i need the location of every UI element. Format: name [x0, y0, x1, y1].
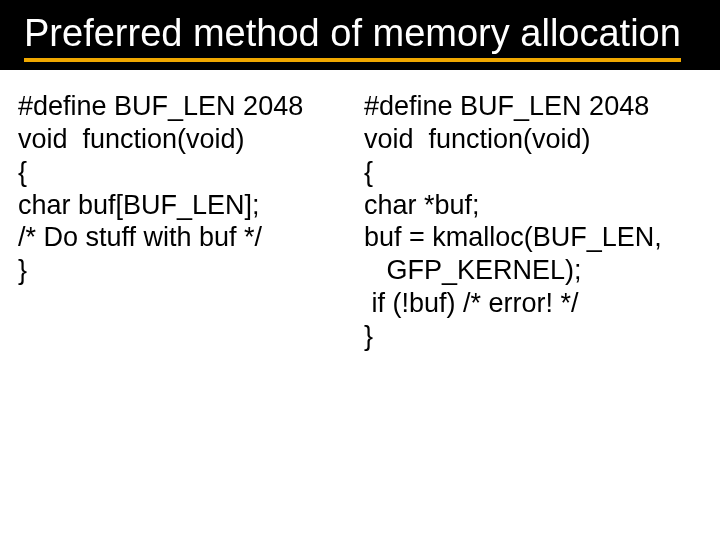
slide-body: #define BUF_LEN 2048 void function(void)…: [0, 70, 720, 354]
left-column: #define BUF_LEN 2048 void function(void)…: [18, 90, 356, 354]
code-line: if (!buf) /* error! */: [364, 287, 702, 320]
right-column: #define BUF_LEN 2048 void function(void)…: [364, 90, 702, 354]
title-bar: Preferred method of memory allocation: [0, 0, 720, 70]
code-line: void function(void): [364, 123, 702, 156]
code-line: {: [18, 156, 356, 189]
code-line: #define BUF_LEN 2048: [18, 90, 356, 123]
slide-title: Preferred method of memory allocation: [24, 12, 681, 62]
code-line: char buf[BUF_LEN];: [18, 189, 356, 222]
code-line: char *buf;: [364, 189, 702, 222]
code-line: GFP_KERNEL);: [364, 254, 702, 287]
code-line: }: [364, 320, 702, 353]
code-line: /* Do stuff with buf */: [18, 221, 356, 254]
code-line: {: [364, 156, 702, 189]
code-line: buf = kmalloc(BUF_LEN,: [364, 221, 702, 254]
code-line: void function(void): [18, 123, 356, 156]
slide: Preferred method of memory allocation #d…: [0, 0, 720, 540]
code-line: #define BUF_LEN 2048: [364, 90, 702, 123]
code-line: }: [18, 254, 356, 287]
